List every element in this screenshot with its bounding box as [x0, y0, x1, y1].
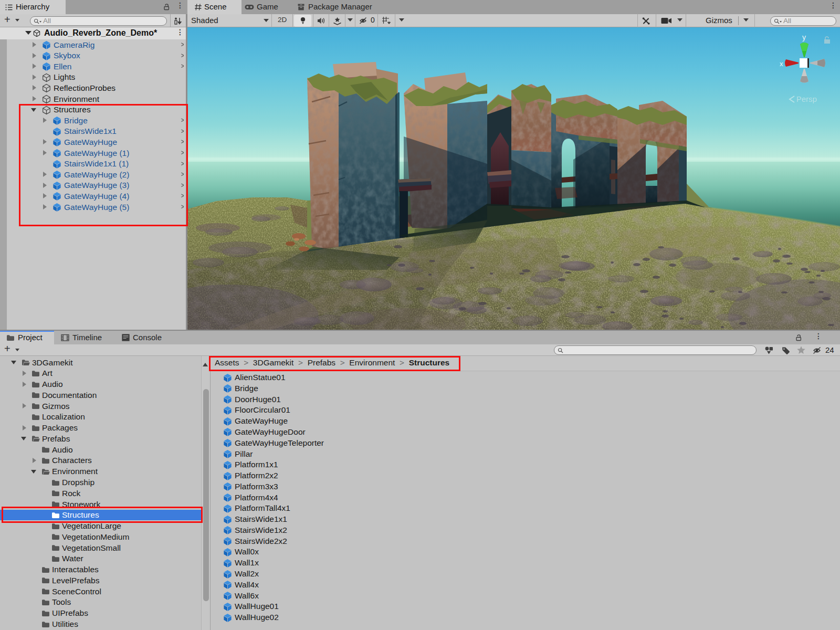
- svg-text:y: y: [802, 33, 806, 41]
- svg-text:x: x: [780, 60, 783, 68]
- svg-text:Persp: Persp: [796, 94, 817, 103]
